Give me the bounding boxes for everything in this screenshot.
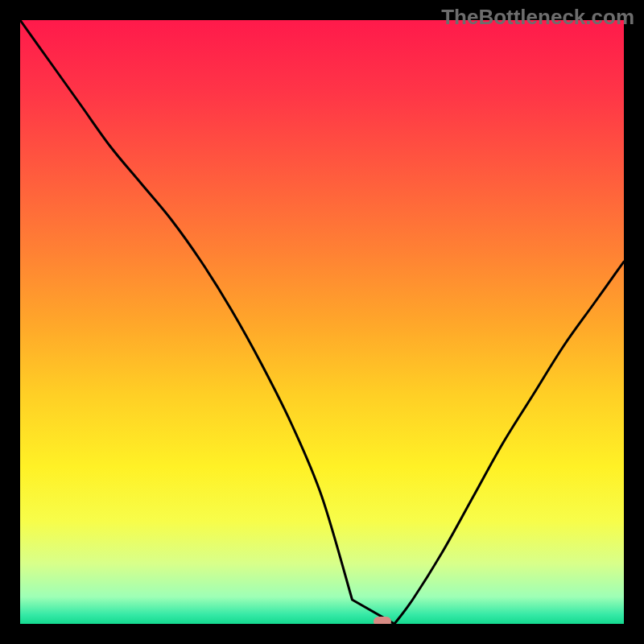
optimal-marker <box>374 617 391 624</box>
watermark-text: TheBottleneck.com <box>441 5 634 30</box>
chart-frame: TheBottleneck.com <box>0 0 644 644</box>
gradient-background <box>20 20 624 624</box>
bottleneck-chart <box>20 20 624 624</box>
plot-area <box>20 20 624 624</box>
